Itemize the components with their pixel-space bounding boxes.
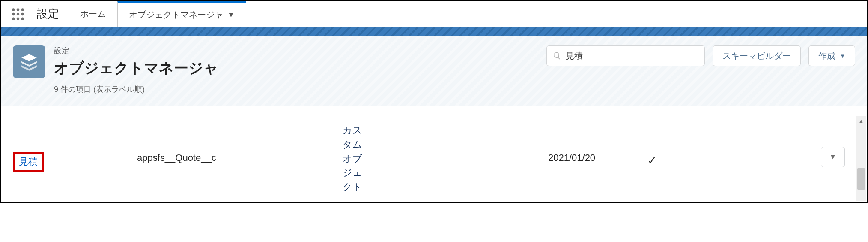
decorative-strip [1,27,867,36]
button-label: スキーマビルダー [722,50,791,62]
tab-object-manager[interactable]: オブジェクトマネージャ ▼ [117,1,246,27]
svg-point-4 [17,12,19,15]
dropdown-caret-icon: ▼ [829,153,836,161]
app-title: 設定 [35,1,69,27]
schema-builder-button[interactable]: スキーマビルダー [713,45,801,66]
waffle-icon [11,7,25,21]
object-type: カス タム オブ ジェ クト [343,123,548,194]
tab-home[interactable]: ホーム [69,1,117,27]
svg-point-1 [17,8,19,11]
object-label-link[interactable]: 見積 [19,155,38,168]
search-input[interactable] [566,51,698,61]
svg-point-6 [12,17,15,20]
count-number: 9 [54,85,58,94]
api-name: appsfs__Quote__c [137,123,343,163]
item-count: 9 件の項目 (表示ラベル順) [54,84,218,94]
breadcrumb: 設定 [54,45,218,56]
row-actions-button[interactable]: ▼ [821,147,845,167]
button-label: 作成 [818,50,835,62]
create-button[interactable]: 作成 ▼ [808,45,855,66]
app-launcher[interactable] [1,1,35,27]
count-suffix: 件の項目 (表示ラベル順) [60,85,145,94]
svg-point-0 [12,8,15,11]
scroll-up-arrow-icon: ▲ [856,116,866,126]
object-manager-icon [13,45,45,78]
table-row: 見積 appsfs__Quote__c カス タム オブ ジェ クト 2021/… [1,115,867,202]
check-icon: ✓ [647,154,657,167]
chevron-down-icon: ▼ [227,11,235,19]
dropdown-caret-icon: ▼ [840,53,845,59]
svg-point-8 [21,17,24,20]
page-title: オブジェクトマネージャ [54,58,218,78]
scroll-thumb[interactable] [857,168,865,190]
search-box[interactable] [546,45,705,66]
svg-point-5 [21,12,24,15]
last-modified: 2021/01/20 [548,123,647,163]
svg-point-2 [21,8,24,11]
tab-label: オブジェクトマネージャ [129,9,223,21]
highlight-box: 見積 [13,152,44,172]
tab-label: ホーム [80,8,106,20]
search-icon [553,51,561,60]
svg-point-3 [12,12,15,15]
vertical-scrollbar[interactable]: ▲ [856,116,866,201]
svg-point-7 [17,17,19,20]
stack-icon [20,52,39,71]
